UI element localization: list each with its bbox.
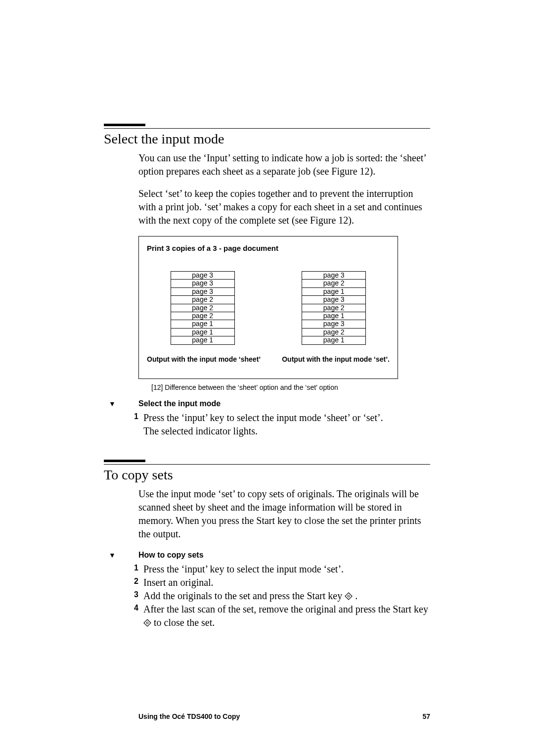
page-cell: page 1 [171, 320, 235, 328]
page-cell: page 3 [171, 271, 235, 279]
page-cell: page 2 [171, 304, 235, 312]
page-cell: page 1 [302, 312, 366, 320]
step-line: Press the ‘input’ key to select the inpu… [143, 412, 383, 423]
footer-chapter: Using the Océ TDS400 to Copy [138, 712, 240, 721]
step-line: The selected indicator lights. [143, 425, 258, 436]
step-fragment: Add the originals to the set and press t… [143, 590, 345, 601]
sheet-mode-column: page 3page 3page 3page 2page 2page 2page… [147, 271, 259, 345]
procedure-how-to-copy-sets: ▼ How to copy sets [109, 550, 430, 561]
step-fragment: . [353, 590, 357, 601]
figure-column-captions: Output with the input mode ‘sheet’ Outpu… [147, 355, 390, 364]
page-cell: page 2 [302, 328, 366, 336]
step-number: 1 [118, 563, 143, 576]
set-caption: Output with the input mode ‘set’. [282, 355, 390, 364]
footer-page-number: 57 [422, 712, 430, 721]
page-cell: page 3 [302, 295, 366, 303]
step-number: 1 [118, 411, 143, 438]
step-row: 4 After the last scan of the set, remove… [118, 603, 430, 629]
procedure-heading: How to copy sets [138, 550, 204, 561]
procedure-arrow-icon: ▼ [109, 550, 138, 561]
step-number: 2 [118, 576, 143, 589]
start-key-icon [143, 617, 151, 628]
step-number: 3 [118, 589, 143, 603]
page-cell: page 2 [171, 312, 235, 320]
figure-caption: [12] Difference between the ‘sheet’ opti… [151, 383, 430, 392]
figure-12: Print 3 copies of a 3 - page document pa… [138, 236, 398, 379]
paragraph: Select ‘set’ to keep the copies together… [138, 187, 430, 227]
page-cell: page 1 [171, 336, 235, 344]
section-marker [104, 460, 145, 462]
page-footer: Using the Océ TDS400 to Copy 57 [138, 712, 430, 721]
step-row: 1 Press the ‘input’ key to select the in… [118, 411, 430, 438]
section-heading-input-mode: Select the input mode [104, 128, 430, 148]
set-page-stack: page 3page 2page 1page 3page 2page 1page… [302, 271, 366, 345]
step-list: 1 Press the ‘input’ key to select the in… [118, 411, 430, 438]
svg-point-3 [146, 622, 148, 624]
page-cell: page 1 [171, 328, 235, 336]
page-cell: page 3 [302, 271, 366, 279]
step-fragment: After the last scan of the set, remove t… [143, 604, 428, 614]
step-text: Insert an original. [143, 576, 214, 589]
step-text: Add the originals to the set and press t… [143, 589, 357, 603]
page-cell: page 2 [302, 304, 366, 312]
start-key-icon [345, 590, 353, 601]
figure-columns: page 3page 3page 3page 2page 2page 2page… [147, 271, 390, 345]
section-marker [104, 124, 145, 126]
step-text: Press the ‘input’ key to select the inpu… [143, 563, 344, 576]
section-to-copy-sets: To copy sets Use the input mode ‘set’ to… [104, 460, 430, 629]
sheet-caption: Output with the input mode ‘sheet’ [147, 355, 261, 364]
svg-marker-0 [345, 593, 352, 600]
set-mode-column: page 3page 2page 1page 3page 2page 1page… [278, 271, 390, 345]
figure-title: Print 3 copies of a 3 - page document [147, 243, 390, 253]
step-row: 1 Press the ‘input’ key to select the in… [118, 563, 430, 576]
section-heading-to-copy-sets: To copy sets [104, 464, 430, 484]
page-cell: page 2 [171, 295, 235, 303]
svg-marker-2 [144, 619, 151, 626]
paragraph: Use the input mode ‘set’ to copy sets of… [138, 487, 430, 541]
step-row: 3 Add the originals to the set and press… [118, 589, 430, 603]
svg-point-1 [348, 595, 350, 597]
paragraph: You can use the ‘Input’ setting to indic… [138, 151, 430, 178]
sheet-page-stack: page 3page 3page 3page 2page 2page 2page… [171, 271, 235, 345]
page-cell: page 1 [302, 336, 366, 344]
step-list: 1 Press the ‘input’ key to select the in… [118, 563, 430, 629]
page-cell: page 3 [171, 279, 235, 287]
step-number: 4 [118, 603, 143, 629]
page-cell: page 3 [171, 287, 235, 295]
procedure-arrow-icon: ▼ [109, 398, 138, 409]
procedure-heading: Select the input mode [138, 398, 221, 409]
page-cell: page 3 [302, 320, 366, 328]
step-row: 2 Insert an original. [118, 576, 430, 589]
page-cell: page 1 [302, 287, 366, 295]
document-page: Select the input mode You can use the ‘I… [0, 0, 534, 756]
procedure-select-input-mode: ▼ Select the input mode [109, 398, 430, 409]
page-cell: page 2 [302, 279, 366, 287]
step-fragment: to close the set. [151, 617, 215, 628]
step-text: After the last scan of the set, remove t… [143, 603, 430, 629]
step-text: Press the ‘input’ key to select the inpu… [143, 411, 383, 438]
